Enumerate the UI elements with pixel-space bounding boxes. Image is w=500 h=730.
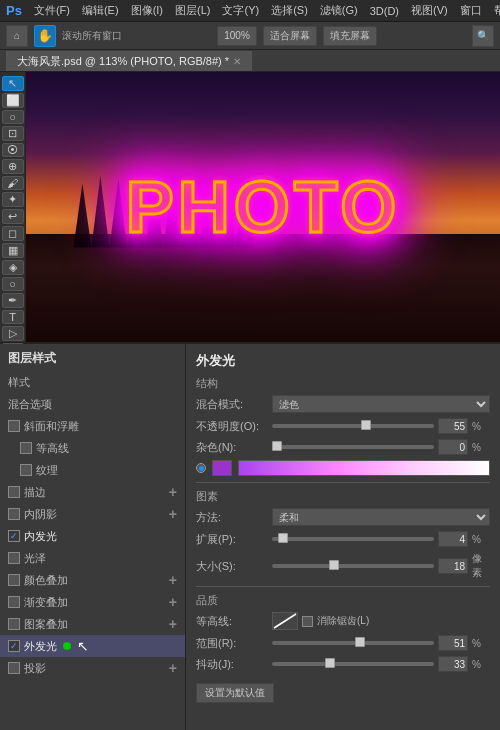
style-item-inner-shadow[interactable]: 内阴影 +: [0, 503, 185, 525]
eyedropper-tool[interactable]: ⦿: [2, 143, 24, 157]
contour-row: 等高线: 消除锯齿(L): [196, 612, 490, 630]
clone-tool[interactable]: ✦: [2, 192, 24, 207]
solid-color-radio[interactable]: [196, 463, 206, 473]
range-slider-thumb[interactable]: [355, 637, 365, 647]
style-item-drop-shadow[interactable]: 投影 +: [0, 657, 185, 679]
zoom-level[interactable]: 100%: [217, 26, 257, 46]
spread-slider-thumb[interactable]: [278, 533, 288, 543]
blend-mode-select[interactable]: 滤色: [272, 395, 490, 413]
menu-file[interactable]: 文件(F): [34, 3, 70, 18]
method-select[interactable]: 柔和: [272, 508, 490, 526]
menu-image[interactable]: 图像(I): [131, 3, 163, 18]
menu-ps-icon[interactable]: Ps: [6, 3, 22, 18]
inner-shadow-plus-icon[interactable]: +: [169, 506, 177, 522]
spread-value[interactable]: 4: [438, 531, 468, 547]
color-swatch[interactable]: [212, 460, 232, 476]
menu-3d[interactable]: 3D(D): [370, 5, 399, 17]
range-value[interactable]: 51: [438, 635, 468, 651]
style-item-outer-glow[interactable]: ✓ 外发光 ↖: [0, 635, 185, 657]
size-value[interactable]: 18: [438, 558, 468, 574]
marquee-tool[interactable]: ⬜: [2, 93, 24, 108]
style-item-pattern-overlay[interactable]: 图案叠加 +: [0, 613, 185, 635]
color-overlay-checkbox[interactable]: [8, 574, 20, 586]
style-item-color-overlay[interactable]: 颜色叠加 +: [0, 569, 185, 591]
jitter-slider-track[interactable]: [272, 662, 434, 666]
pattern-overlay-checkbox[interactable]: [8, 618, 20, 630]
noise-slider-track[interactable]: [272, 445, 434, 449]
menu-type[interactable]: 文字(Y): [222, 3, 259, 18]
history-tool[interactable]: ↩: [2, 209, 24, 224]
gradient-tool[interactable]: ▦: [2, 243, 24, 258]
stroke-plus-icon[interactable]: +: [169, 484, 177, 500]
color-swatch-row: [196, 460, 490, 476]
menu-window[interactable]: 窗口: [460, 3, 482, 18]
path-tool[interactable]: ▷: [2, 326, 24, 341]
menu-help[interactable]: 帮助: [494, 3, 500, 18]
menu-layer[interactable]: 图层(L): [175, 3, 210, 18]
menu-filter[interactable]: 滤镜(G): [320, 3, 358, 18]
range-slider-track[interactable]: [272, 641, 434, 645]
stroke-label: 描边: [24, 485, 46, 500]
close-tab-button[interactable]: ✕: [233, 56, 241, 67]
eraser-tool[interactable]: ◻: [2, 226, 24, 241]
satin-checkbox[interactable]: [8, 552, 20, 564]
outer-glow-checkbox[interactable]: ✓: [8, 640, 20, 652]
lasso-tool[interactable]: ○: [2, 110, 24, 124]
home-icon[interactable]: ⌂: [6, 25, 28, 47]
style-item-satin[interactable]: 光泽: [0, 547, 185, 569]
opacity-value[interactable]: 55: [438, 418, 468, 434]
cursor-indicator: ↖: [77, 638, 89, 654]
style-item-stroke[interactable]: 描边 +: [0, 481, 185, 503]
style-item-inner-glow[interactable]: ✓ 内发光: [0, 525, 185, 547]
spread-slider-track[interactable]: [272, 537, 434, 541]
jitter-slider-thumb[interactable]: [325, 658, 335, 668]
texture-checkbox[interactable]: [20, 464, 32, 476]
hand-tool[interactable]: ✋: [34, 25, 56, 47]
style-item-presets[interactable]: 样式: [0, 371, 185, 393]
pattern-overlay-plus-icon[interactable]: +: [169, 616, 177, 632]
style-item-contour[interactable]: 等高线: [0, 437, 185, 459]
size-slider-thumb[interactable]: [329, 560, 339, 570]
menu-edit[interactable]: 编辑(E): [82, 3, 119, 18]
menu-select[interactable]: 选择(S): [271, 3, 308, 18]
style-item-texture[interactable]: 纹理: [0, 459, 185, 481]
anti-alias-checkbox[interactable]: [302, 616, 313, 627]
contour-checkbox[interactable]: [20, 442, 32, 454]
bevel-checkbox[interactable]: [8, 420, 20, 432]
color-overlay-plus-icon[interactable]: +: [169, 572, 177, 588]
contour-thumbnail[interactable]: [272, 612, 298, 630]
drop-shadow-plus-icon[interactable]: +: [169, 660, 177, 676]
gradient-color-bar[interactable]: [238, 460, 490, 476]
pen-tool[interactable]: ✒: [2, 293, 24, 308]
size-unit: 像素: [472, 552, 490, 580]
heal-tool[interactable]: ⊕: [2, 159, 24, 174]
jitter-value[interactable]: 33: [438, 656, 468, 672]
blur-tool[interactable]: ◈: [2, 260, 24, 275]
move-tool[interactable]: ↖: [2, 76, 24, 91]
size-slider-track[interactable]: [272, 564, 434, 568]
noise-slider-thumb[interactable]: [272, 441, 282, 451]
inner-shadow-checkbox[interactable]: [8, 508, 20, 520]
stroke-checkbox[interactable]: [8, 486, 20, 498]
fill-screen-btn[interactable]: 填充屏幕: [323, 26, 377, 46]
opacity-slider-track[interactable]: [272, 424, 434, 428]
gradient-overlay-checkbox[interactable]: [8, 596, 20, 608]
search-icon[interactable]: 🔍: [472, 25, 494, 47]
noise-value[interactable]: 0: [438, 439, 468, 455]
menu-view[interactable]: 视图(V): [411, 3, 448, 18]
style-item-blending[interactable]: 混合选项: [0, 393, 185, 415]
dodge-tool[interactable]: ○: [2, 277, 24, 291]
drop-shadow-checkbox[interactable]: [8, 662, 20, 674]
opacity-label: 不透明度(O):: [196, 419, 268, 434]
gradient-overlay-plus-icon[interactable]: +: [169, 594, 177, 610]
set-default-button[interactable]: 设置为默认值: [196, 683, 274, 703]
crop-tool[interactable]: ⊡: [2, 126, 24, 141]
brush-tool[interactable]: 🖌: [2, 176, 24, 190]
opacity-slider-thumb[interactable]: [361, 420, 371, 430]
fit-screen-btn[interactable]: 适合屏幕: [263, 26, 317, 46]
style-item-gradient-overlay[interactable]: 渐变叠加 +: [0, 591, 185, 613]
inner-glow-checkbox[interactable]: ✓: [8, 530, 20, 542]
type-tool[interactable]: T: [2, 310, 24, 324]
canvas-tab[interactable]: 大海风景.psd @ 113% (PHOTO, RGB/8#) * ✕: [6, 51, 252, 71]
style-item-bevel[interactable]: 斜面和浮雕: [0, 415, 185, 437]
